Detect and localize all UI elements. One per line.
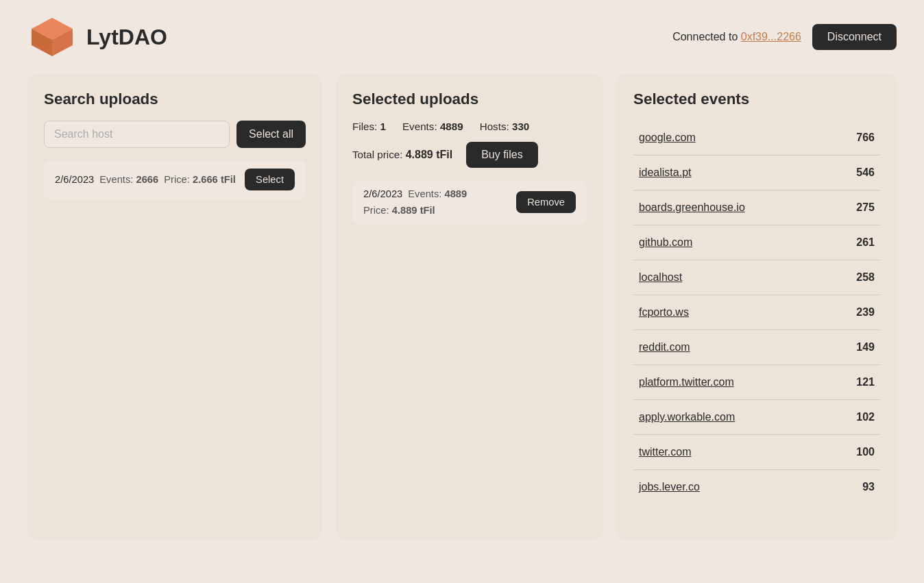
upload-price: Price: 2.666 tFil (164, 174, 236, 185)
event-list-item: reddit.com 149 (633, 330, 880, 365)
search-panel-title: Search uploads (44, 90, 306, 108)
files-value: 1 (380, 121, 386, 132)
total-price-value: 4.889 tFil (406, 149, 452, 160)
event-host[interactable]: platform.twitter.com (639, 376, 734, 388)
header-right: Connected to 0xf39...2266 Disconnect (672, 24, 897, 50)
events-value: 4889 (440, 121, 463, 132)
event-count: 239 (856, 306, 875, 319)
event-host[interactable]: reddit.com (639, 341, 690, 353)
event-host[interactable]: github.com (639, 236, 692, 249)
event-list-item: twitter.com 100 (633, 435, 880, 470)
buy-files-button[interactable]: Buy files (466, 142, 537, 168)
events-panel-title: Selected events (633, 90, 880, 108)
search-uploads-panel: Search uploads Select all 2/6/2023 Event… (27, 74, 322, 540)
select-all-button[interactable]: Select all (236, 121, 306, 148)
selected-panel-title: Selected uploads (352, 90, 587, 108)
event-host[interactable]: fcporto.ws (639, 306, 689, 319)
upload-events: Events: 2666 (99, 174, 158, 185)
logo-text: LytDAO (86, 25, 167, 50)
search-upload-item: 2/6/2023 Events: 2666 Price: 2.666 tFil … (44, 160, 306, 199)
main-content: Search uploads Select all 2/6/2023 Event… (0, 74, 924, 567)
event-count: 275 (856, 201, 875, 214)
total-price-label: Total price: 4.889 tFil (352, 149, 452, 161)
event-host[interactable]: twitter.com (639, 446, 691, 458)
event-list-item: boards.greenhouse.io 275 (633, 190, 880, 225)
event-host[interactable]: google.com (639, 132, 696, 144)
event-count: 149 (856, 341, 875, 353)
selected-events-panel: Selected events google.com 766 idealista… (617, 74, 897, 540)
events-list-container: google.com 766 idealista.pt 546 boards.g… (633, 121, 880, 504)
selected-uploads-panel: Selected uploads Files: 1 Events: 4889 H… (336, 74, 603, 540)
selected-items-container: 2/6/2023 Events: 4889 Price: 4.889 tFil … (352, 180, 587, 224)
event-count: 258 (856, 271, 875, 284)
connected-label: Connected to 0xf39...2266 (672, 31, 801, 43)
event-count: 766 (856, 132, 875, 144)
logo-area: LytDAO (27, 12, 167, 62)
hosts-value: 330 (512, 121, 529, 132)
event-host[interactable]: idealista.pt (639, 166, 692, 179)
selected-events: Events: 4889 (408, 188, 467, 199)
event-host[interactable]: apply.workable.com (639, 411, 735, 423)
upload-item-info: 2/6/2023 Events: 2666 Price: 2.666 tFil (55, 174, 236, 185)
selected-price: Price: 4.889 tFil (363, 205, 435, 216)
header: LytDAO Connected to 0xf39...2266 Disconn… (0, 0, 924, 74)
event-list-item: google.com 766 (633, 121, 880, 156)
connected-address[interactable]: 0xf39...2266 (741, 31, 801, 42)
search-row: Select all (44, 121, 306, 148)
event-count: 100 (856, 446, 875, 458)
event-count: 121 (856, 376, 875, 388)
event-count: 102 (856, 411, 875, 423)
hosts-stat: Hosts: 330 (480, 121, 530, 132)
selected-item-info: 2/6/2023 Events: 4889 Price: 4.889 tFil (363, 188, 509, 216)
select-upload-button[interactable]: Select (245, 169, 295, 190)
event-host[interactable]: localhost (639, 271, 682, 284)
files-stat: Files: 1 (352, 121, 386, 132)
event-list-item: fcporto.ws 239 (633, 295, 880, 330)
selected-stats: Files: 1 Events: 4889 Hosts: 330 (352, 121, 587, 132)
event-list-item: localhost 258 (633, 260, 880, 295)
selected-date: 2/6/2023 (363, 188, 402, 199)
disconnect-button[interactable]: Disconnect (812, 24, 897, 50)
event-list-item: jobs.lever.co 93 (633, 470, 880, 504)
event-host[interactable]: boards.greenhouse.io (639, 201, 745, 214)
event-count: 93 (862, 481, 875, 493)
events-stat: Events: 4889 (402, 121, 463, 132)
selected-upload-item: 2/6/2023 Events: 4889 Price: 4.889 tFil … (352, 180, 587, 224)
price-row: Total price: 4.889 tFil Buy files (352, 142, 587, 168)
event-count: 546 (856, 166, 875, 179)
event-list-item: platform.twitter.com 121 (633, 365, 880, 400)
event-count: 261 (856, 236, 875, 249)
event-list-item: github.com 261 (633, 225, 880, 260)
event-list-item: apply.workable.com 102 (633, 400, 880, 435)
remove-upload-button[interactable]: Remove (516, 191, 576, 213)
logo-icon (27, 12, 77, 62)
upload-date: 2/6/2023 (55, 174, 94, 185)
event-host[interactable]: jobs.lever.co (639, 481, 700, 493)
search-items-container: 2/6/2023 Events: 2666 Price: 2.666 tFil … (44, 160, 306, 199)
search-input[interactable] (44, 121, 230, 148)
event-list-item: idealista.pt 546 (633, 156, 880, 190)
